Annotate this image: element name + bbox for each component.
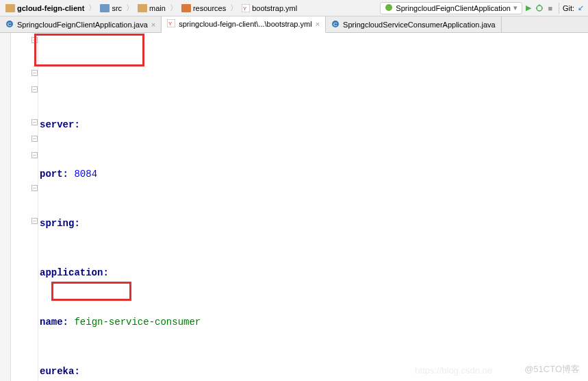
yaml-key: name <box>40 314 63 330</box>
nav-file-label: bootstrap.yml <box>252 4 297 12</box>
nav-src-label: src <box>112 4 122 12</box>
chevron-down-icon: ▾ <box>513 3 517 12</box>
folder-icon <box>100 4 110 12</box>
fold-marker-icon[interactable]: − <box>31 185 38 191</box>
editor-tabs: C SpringcloudFeignClientApplication.java… <box>0 16 588 33</box>
nav-main-label: main <box>149 4 166 12</box>
java-class-icon: C <box>5 20 14 29</box>
close-icon[interactable]: × <box>316 20 320 28</box>
debug-button[interactable] <box>535 3 544 13</box>
run-button[interactable]: ▶ <box>524 3 533 13</box>
nav-resources-label: resources <box>193 4 226 12</box>
yaml-key: server <box>40 116 74 133</box>
fold-marker-icon[interactable]: − <box>31 86 38 93</box>
code-line: spring: <box>40 215 588 232</box>
nav-project[interactable]: gcloud-feign-client <box>3 4 87 12</box>
svg-text:C: C <box>8 21 12 27</box>
svg-text:C: C <box>333 21 337 27</box>
nav-project-label: gcloud-feign-client <box>17 4 84 12</box>
nav-file[interactable]: Y bootstrap.yml <box>239 4 300 12</box>
yaml-key: spring <box>40 215 74 232</box>
stop-button[interactable]: ■ <box>546 3 555 13</box>
tab-feign-client-app[interactable]: C SpringcloudFeignClientApplication.java… <box>0 16 162 32</box>
highlight-box-instance-id <box>51 282 131 301</box>
spring-boot-icon <box>385 3 393 13</box>
yaml-key: port <box>40 166 63 182</box>
nav-resources[interactable]: resources <box>179 4 229 12</box>
yaml-value: 8084 <box>74 166 97 182</box>
yaml-file-icon: Y <box>242 4 250 12</box>
svg-text:Y: Y <box>243 5 247 12</box>
folder-icon <box>5 4 15 12</box>
code-editor[interactable]: server: port: 8084 spring: application: … <box>38 33 588 381</box>
svg-point-3 <box>537 5 542 11</box>
chevron-right-icon: 〉 <box>88 3 96 13</box>
watermark-csdn: https://blog.csdn.ne <box>415 365 492 376</box>
code-line: application: <box>40 265 588 281</box>
nav-main[interactable]: main <box>135 4 168 12</box>
svg-text:Y: Y <box>168 21 172 27</box>
folder-icon <box>181 4 191 12</box>
git-update-icon[interactable]: ↙ <box>576 3 585 13</box>
code-line: name: feign-service-consumer <box>40 314 588 330</box>
yaml-key: eureka <box>40 363 74 380</box>
nav-src[interactable]: src <box>97 4 125 12</box>
close-icon[interactable]: × <box>151 21 155 29</box>
highlight-box-server <box>34 34 144 66</box>
editor-area: − − − − − − − − server: port: 8084 sprin… <box>0 33 588 381</box>
tab-bootstrap-yml[interactable]: Y springcloud-feign-client\...\bootstrap… <box>162 16 326 33</box>
yaml-value: feign-service-consumer <box>74 314 201 330</box>
run-config-label: SpringcloudFeignClientApplication <box>396 4 511 12</box>
chevron-right-icon: 〉 <box>230 3 238 13</box>
line-gutter[interactable]: − − − − − − − − <box>11 33 38 381</box>
chevron-right-icon: 〉 <box>126 3 133 13</box>
fold-marker-icon[interactable]: − <box>31 70 38 76</box>
java-class-icon: C <box>331 20 340 29</box>
tab-label: SpringcloudFeignClientApplication.java <box>17 21 148 29</box>
fold-marker-icon[interactable]: − <box>31 136 38 142</box>
yaml-key: application <box>40 265 103 281</box>
fold-marker-icon[interactable]: − <box>31 119 38 125</box>
left-gutter <box>0 33 11 381</box>
separator <box>559 3 559 14</box>
fold-marker-icon[interactable]: − <box>31 37 38 43</box>
chevron-right-icon: 〉 <box>170 3 177 13</box>
code-line: port: 8084 <box>40 166 588 182</box>
fold-marker-icon[interactable]: − <box>31 152 38 158</box>
code-line: eureka: <box>40 363 588 380</box>
run-configuration-dropdown[interactable]: SpringcloudFeignClientApplication ▾ <box>380 2 522 14</box>
watermark-51cto: @51CTO博客 <box>524 363 580 376</box>
tab-service-consumer-app[interactable]: C SpringcloudServiceConsumerApplication.… <box>326 16 502 32</box>
fold-marker-icon[interactable]: − <box>31 218 38 224</box>
git-label: Git: <box>563 4 574 12</box>
navigation-toolbar: gcloud-feign-client 〉 src 〉 main 〉 resou… <box>0 0 588 16</box>
folder-icon <box>138 4 147 12</box>
code-line: server: <box>40 116 588 133</box>
svg-point-2 <box>385 4 392 11</box>
yaml-file-icon: Y <box>167 19 175 29</box>
tab-label: SpringcloudServiceConsumerApplication.ja… <box>343 21 496 29</box>
tab-label: springcloud-feign-client\...\bootstrap.y… <box>179 20 311 28</box>
